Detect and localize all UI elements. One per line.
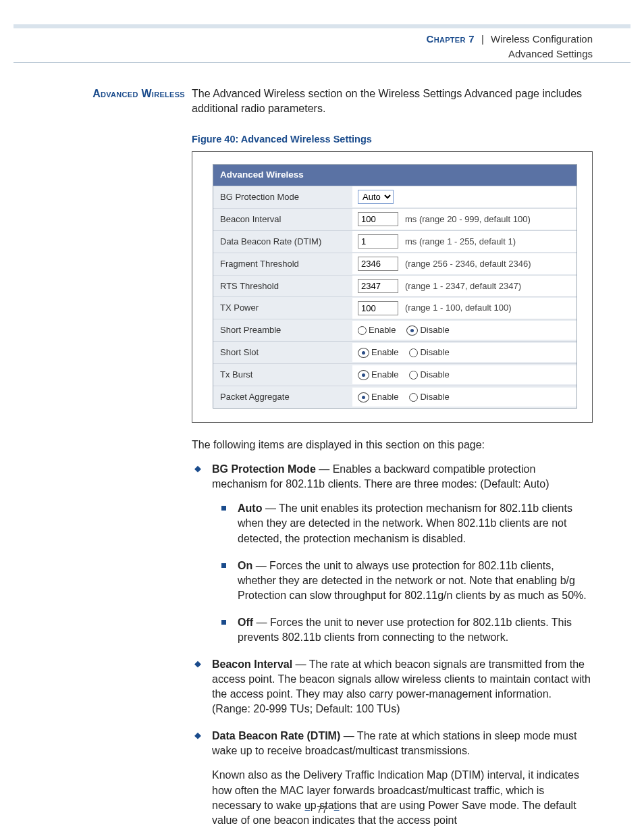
radio-icon — [358, 326, 367, 335]
subitem-on: On — Forces the unit to always use prote… — [221, 558, 593, 603]
section-sidehead: Advanced Wireless — [59, 86, 192, 101]
beacon-interval-hint: ms (range 20 - 999, default 100) — [405, 213, 531, 226]
page-footer: – 77 – — [0, 804, 644, 815]
rts-hint: (range 1 - 2347, default 2347) — [405, 280, 521, 292]
panel-title: Advanced Wireless — [213, 165, 576, 186]
beacon-interval-label: Beacon Interval — [213, 209, 352, 230]
subitem-desc: — Forces the unit to never use protectio… — [238, 617, 572, 643]
dtim-hint: ms (range 1 - 255, default 1) — [405, 236, 516, 248]
items-list: BG Protection Mode — Enables a backward … — [194, 462, 593, 828]
txpower-hint: (range 1 - 100, default 100) — [405, 302, 512, 314]
chapter-label: Chapter 7 — [427, 33, 475, 45]
intro-paragraph: The Advanced Wireless section on the Wir… — [192, 86, 593, 116]
packet-aggregate-enable[interactable]: Enable — [358, 391, 398, 403]
disable-text: Disable — [420, 346, 449, 359]
tx-burst-label: Tx Burst — [213, 364, 352, 386]
item-title: BG Protection Mode — [212, 463, 316, 475]
enable-text: Enable — [371, 391, 398, 403]
enable-text: Enable — [371, 346, 398, 359]
fragment-input[interactable] — [358, 257, 398, 271]
rts-label: RTS Threshold — [213, 276, 352, 297]
txpower-input[interactable] — [358, 301, 398, 315]
short-slot-enable[interactable]: Enable — [358, 346, 398, 359]
item-title: Beacon Interval — [212, 658, 292, 670]
item-beacon-interval: Beacon Interval — The rate at which beac… — [194, 657, 593, 716]
packet-aggregate-disable[interactable]: Disable — [409, 391, 449, 403]
enable-text: Enable — [369, 324, 396, 336]
subitem-title: On — [238, 560, 252, 571]
radio-icon — [409, 371, 418, 380]
item-title: Data Beacon Rate (DTIM) — [212, 730, 340, 741]
row-txpower: TX Power (range 1 - 100, default 100) — [213, 296, 576, 319]
row-bg-protection: BG Protection Mode Auto — [213, 186, 576, 208]
header-title-1: Wireless Configuration — [491, 33, 593, 45]
short-preamble-enable[interactable]: Enable — [358, 324, 396, 336]
header-separator: | — [481, 33, 484, 45]
row-packet-aggregate: Packet Aggregate Enable Disable — [213, 386, 576, 408]
footer-dash: – — [305, 804, 311, 815]
dtim-input[interactable] — [358, 234, 398, 249]
radio-icon — [409, 393, 418, 402]
subitem-desc: — Forces the unit to always use protecti… — [238, 560, 587, 601]
item-bg-protection: BG Protection Mode — Enables a backward … — [194, 462, 593, 645]
short-slot-disable[interactable]: Disable — [409, 346, 449, 359]
short-preamble-label: Short Preamble — [213, 319, 352, 341]
header-title-2: Advanced Settings — [427, 47, 593, 61]
radio-icon — [406, 325, 418, 336]
row-dtim: Data Beacon Rate (DTIM) ms (range 1 - 25… — [213, 230, 576, 253]
bg-sublist: Auto — The unit enables its protection m… — [221, 501, 593, 645]
row-beacon-interval: Beacon Interval ms (range 20 - 999, defa… — [213, 208, 576, 230]
row-fragment: Fragment Threshold (range 256 - 2346, de… — [213, 253, 576, 275]
short-preamble-disable[interactable]: Disable — [406, 324, 449, 336]
enable-text: Enable — [371, 369, 398, 381]
footer-dash: – — [334, 804, 340, 815]
subitem-auto: Auto — The unit enables its protection m… — [221, 501, 593, 546]
tx-burst-disable[interactable]: Disable — [409, 369, 449, 381]
txpower-label: TX Power — [213, 297, 352, 319]
screenshot-frame: Advanced Wireless BG Protection Mode Aut… — [192, 151, 593, 423]
subitem-desc: — The unit enables its protection mechan… — [238, 502, 572, 544]
radio-icon — [358, 370, 369, 380]
tx-burst-enable[interactable]: Enable — [358, 369, 398, 381]
subitem-title: Auto — [238, 502, 262, 514]
row-rts: RTS Threshold (range 1 - 2347, default 2… — [213, 275, 576, 297]
subitem-title: Off — [238, 617, 253, 628]
rts-input[interactable] — [358, 279, 398, 293]
row-tx-burst: Tx Burst Enable Disable — [213, 363, 576, 386]
row-short-slot: Short Slot Enable Disable — [213, 341, 576, 363]
radio-icon — [358, 348, 369, 358]
bg-protection-label: BG Protection Mode — [213, 186, 352, 208]
running-header: Chapter 7 | Wireless Configuration Advan… — [427, 32, 593, 60]
subitem-off: Off — Forces the unit to never use prote… — [221, 615, 593, 645]
dtim-label: Data Beacon Rate (DTIM) — [213, 231, 352, 253]
page-number: 77 — [317, 804, 327, 815]
header-rule — [14, 24, 630, 28]
fragment-hint: (range 256 - 2346, default 2346) — [405, 258, 531, 270]
figure-caption: Figure 40: Advanced Wireless Settings — [192, 132, 593, 146]
header-rule-thin — [14, 62, 630, 63]
packet-aggregate-label: Packet Aggregate — [213, 386, 352, 408]
fragment-label: Fragment Threshold — [213, 253, 352, 275]
radio-icon — [409, 348, 418, 357]
disable-text: Disable — [420, 369, 449, 381]
row-short-preamble: Short Preamble Enable Disable — [213, 319, 576, 341]
disable-text: Disable — [420, 324, 449, 336]
short-slot-label: Short Slot — [213, 342, 352, 363]
disable-text: Disable — [420, 391, 449, 403]
advanced-wireless-panel: Advanced Wireless BG Protection Mode Aut… — [213, 164, 577, 409]
bg-protection-select[interactable]: Auto — [358, 190, 394, 204]
item-desc-2: Known also as the Delivery Traffic Indic… — [212, 769, 579, 825]
beacon-interval-input[interactable] — [358, 212, 398, 226]
items-intro: The following items are displayed in thi… — [192, 438, 593, 452]
radio-icon — [358, 392, 369, 402]
